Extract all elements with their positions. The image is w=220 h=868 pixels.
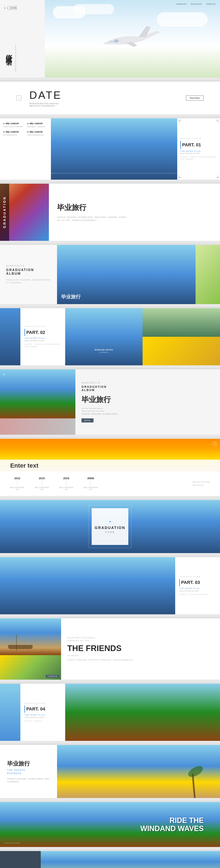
add-section: AND OUR TITLE HERE 请输入文本信息 <box>192 481 210 486</box>
quarterly-desc: 毕业旅行是人生中一段珍贵的旅程，在这段旅程中我们共同经历了许多美好的时刻。 <box>6 279 51 284</box>
slide-graduation: GRADUATION 毕业旅行 毕业旅行是一段美好的旅程，我们用脚步丈量世界，用… <box>0 184 220 241</box>
year-desc-3: 课题人文旅游见闻内容说明 <box>59 487 73 491</box>
part01-desc: 毕业旅行,是一个特别的仪式,在这个特别的时刻,我们用相机记录下青春的痕迹... <box>180 156 217 160</box>
graduation-strip: GRADUATION <box>0 184 9 241</box>
cover-sub-vertical: GRADUATION ALBUM <box>15 45 16 71</box>
biz-travel-title: 毕业旅行 <box>7 760 50 768</box>
logo-text: + 20NN <box>7 6 17 10</box>
part02-photo-grid: WINDAND WAVES BUSINESS <box>65 308 220 365</box>
photo-grid-2 <box>143 308 220 337</box>
detail-button[interactable]: DETAIL <box>81 418 94 423</box>
year-col-4: 20NN 课题人文旅游见闻内容说明 <box>83 477 98 491</box>
slide-part02: GRADUATION ALBUM PART. 02 THE WORK PLAN … <box>0 308 220 365</box>
boat-body <box>8 645 33 649</box>
separator-10 <box>0 617 220 618</box>
part03-bar <box>179 579 180 586</box>
separator-11 <box>0 682 220 684</box>
enter-text-photo: Enter text 请输入文本内容文 一 <box>0 439 220 471</box>
year-desc-4: 课题人文旅游见闻内容说明 <box>83 487 98 491</box>
slide-part01: 01. 课题人文旅游见闻 在旅途中记录生活中的美好瞬间 02. 课题人文旅游见闻… <box>0 118 220 180</box>
part03-number-row: PART. 03 <box>179 579 216 586</box>
item-title-2: 02. 课题人文旅游见闻 <box>27 122 48 125</box>
slide-part04: GRADUATION ALBUM PART. 04 THE WORK PLAN … <box>0 684 220 741</box>
date-title: DATE <box>29 89 62 101</box>
graduation-vertical-text: GRADUATION <box>3 196 6 228</box>
separator-4 <box>0 243 220 245</box>
separator-7 <box>0 437 220 439</box>
quarterly2-label: QUARTERLY & <box>81 382 214 384</box>
part04-info: GRADUATION ALBUM PART. 04 THE WORK PLAN … <box>21 684 65 741</box>
biz-business: BUSINESS <box>7 772 50 775</box>
year-col-2: 2015 课题人文旅游见闻内容说明 <box>35 477 49 491</box>
text-item-4: 04. 课题人文旅游见闻 与朋友共同创造难忘的回忆 <box>27 131 48 136</box>
ride-text: RIDE THE <box>140 816 204 825</box>
corner-tr <box>216 120 218 122</box>
part02-desc: 毕业旅行,是一个特别的仪式,在这个特别的时刻,我们用相机记录下青春的痕迹... <box>25 343 61 347</box>
slide-enter-text: Enter text 请输入文本内容文 一 2012 课题人文旅游见闻内容说明 … <box>0 439 220 496</box>
part02-number-row: PART. 02 <box>25 329 61 336</box>
cover-vertical-title: 毕业相册 <box>4 65 13 71</box>
windand-waves-text: WINDAND WAVES <box>140 825 204 833</box>
back-button[interactable]: ‹ <box>16 95 21 100</box>
slide-travel-summary: TRAVEL SUMMARY <box>0 851 220 868</box>
item-desc-4: 与朋友共同创造难忘的回忆 <box>27 134 48 136</box>
slide-friends1: TURNING ONE QUARTERLY BUSINESS SUMMARY O… <box>0 618 220 680</box>
item-desc-1: 在旅途中记录生活中的美好瞬间 <box>3 126 24 128</box>
slide-part03: GRADUATION ALBUM PART. 03 THE WORK PLAN … <box>0 557 220 614</box>
part03-photo <box>0 557 175 614</box>
part04-objectives: OBJECTIVES ARE OUTLINED: <box>25 717 61 718</box>
biz-right-photo <box>57 745 220 798</box>
separator-1 <box>0 80 220 82</box>
add-desc: 请输入文本信息 <box>192 484 210 486</box>
add-title: AND OUR TITLE HERE <box>192 481 210 483</box>
main-photo: 毕业旅行 <box>57 245 195 304</box>
item-title-4: 04. 课题人文旅游见闻 <box>27 131 48 133</box>
year-desc-1: 课题人文旅游见闻内容说明 <box>10 487 25 491</box>
part01-text-panel: 01. 课题人文旅游见闻 在旅途中记录生活中的美好瞬间 02. 课题人文旅游见闻… <box>0 118 51 180</box>
part02-work-plan: THE WORK PLAN <box>25 337 61 339</box>
separator-5 <box>0 307 220 308</box>
part-number-row: PART. 01 <box>180 141 217 149</box>
say-text: SAY THE TEXT <box>67 655 214 657</box>
year-bar-2 <box>42 480 42 486</box>
travel-title: 毕业旅行 <box>57 203 212 213</box>
part04-work-plan: THE WORK PLAN <box>25 714 61 716</box>
business-text: BUSINESS <box>100 351 108 353</box>
part02-left-img <box>0 308 21 365</box>
friends-title: THE FRIENDS <box>67 644 214 653</box>
nav-templet[interactable]: TEMPLET <box>206 3 216 5</box>
part02-objectives: OBJECTIVES ARE OUTLINED: <box>25 340 61 341</box>
quarterly2-desc: SAY THE WINDAND WAVES OBJECTIVES ARE OUT… <box>81 407 214 415</box>
part03-number: PART. 03 <box>181 580 200 585</box>
year-bar-4 <box>90 480 91 486</box>
text-grid: 01. 课题人文旅游见闻 在旅途中记录生活中的美好瞬间 02. 课题人文旅游见闻… <box>3 122 48 136</box>
slide-graduation-center: ✦ GRADUATION 毕业相册 <box>0 500 220 553</box>
quarterly2-left: " <box>0 369 75 435</box>
part01-info: GRADUATION ALBUM PART. 01 THE WORK PLAN … <box>177 118 220 180</box>
year-timeline: 2012 课题人文旅游见闻内容说明 2015 课题人文旅游见闻内容说明 2018… <box>0 471 220 496</box>
corner-bl <box>179 176 181 178</box>
part04-main-photo <box>65 684 220 741</box>
read-more-button[interactable]: Read More <box>186 95 204 101</box>
nav-summary[interactable]: SUMMARY <box>176 3 187 5</box>
friends1-desc: 毕业旅行是一段美好的旅程，我们共同经历了许多难忘的时刻，这些记忆将永远珍藏在心底… <box>67 659 214 661</box>
quarterly2-travel: 毕业旅行 <box>81 395 214 405</box>
quarterly2-album: GRADUATION ALBUM <box>81 385 214 392</box>
album-title: GRADUATION ALBUM <box>6 268 51 276</box>
quarterly-right: 毕业旅行 <box>57 245 220 304</box>
blue-accent-bar <box>180 141 181 149</box>
summary-label: SUMMARY OF THE <box>67 640 214 642</box>
photo-grid-1 <box>65 308 143 337</box>
friends1-right: QUARTERLY BUSINESS SUMMARY OF THE THE FR… <box>61 618 220 680</box>
item-title-1: 01. 课题人文旅游见闻 <box>3 122 24 125</box>
quote-marks: " <box>3 372 5 379</box>
item-desc-2: 用镜头捕捉每一个感动的时刻 <box>27 126 48 128</box>
slide-biz-travel: 毕业旅行 THE REPORT BUSINESS 毕业旅行是一段美好的旅程，我们… <box>0 745 220 798</box>
travel-summary-photo <box>41 851 220 868</box>
date-subtitle: Modernism Age Post modernism Age are two… <box>29 102 62 107</box>
biz-report: THE REPORT <box>7 769 50 771</box>
part04-number: PART. 04 <box>26 706 45 712</box>
photo-grid-4 <box>143 337 220 365</box>
nav-business[interactable]: BUSINESS <box>191 3 202 5</box>
part02-info: GRADUATION ALBUM PART. 02 THE WORK PLAN … <box>21 308 65 365</box>
